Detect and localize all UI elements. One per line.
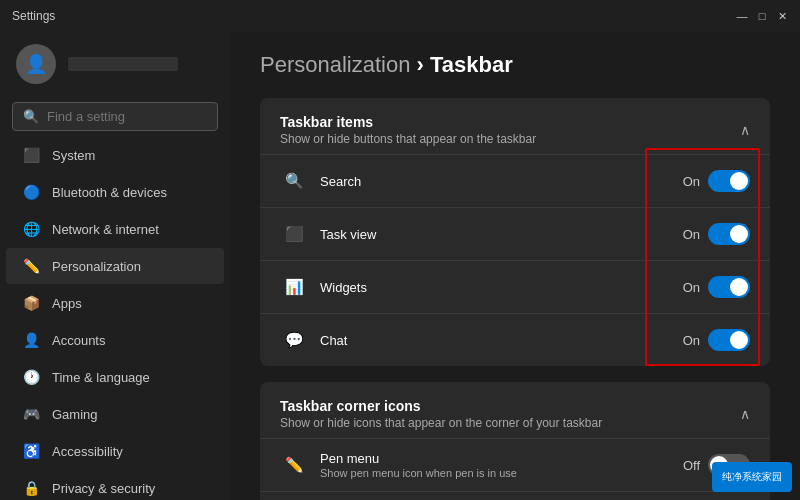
sidebar-item-privacy[interactable]: 🔒 Privacy & security bbox=[6, 470, 224, 500]
taskview-toggle-thumb bbox=[730, 225, 748, 243]
chat-toggle[interactable] bbox=[708, 329, 750, 351]
sidebar: 👤 🔍 ⬛ System 🔵 Bluetooth & devices 🌐 Net… bbox=[0, 32, 230, 500]
setting-row-chat: 💬 Chat On bbox=[260, 313, 770, 366]
corner-row-keyboard: ⌨️ Touch keyboard Always show touch keyb… bbox=[260, 491, 770, 500]
time-icon: 🕐 bbox=[22, 368, 40, 386]
search-icon: 🔍 bbox=[280, 167, 308, 195]
corner-section-header: Taskbar corner icons Show or hide icons … bbox=[260, 382, 770, 438]
titlebar-title: Settings bbox=[12, 9, 55, 23]
chevron-up-icon[interactable]: ∧ bbox=[740, 122, 750, 138]
page-header: Personalization › Taskbar bbox=[260, 52, 770, 78]
sidebar-item-personalization[interactable]: ✏️ Personalization bbox=[6, 248, 224, 284]
corner-section-subtitle: Show or hide icons that appear on the co… bbox=[280, 416, 602, 430]
taskview-toggle-group: On bbox=[683, 223, 750, 245]
sidebar-item-label-personalization: Personalization bbox=[52, 259, 141, 274]
network-icon: 🌐 bbox=[22, 220, 40, 238]
corner-chevron-up-icon[interactable]: ∧ bbox=[740, 406, 750, 422]
bluetooth-icon: 🔵 bbox=[22, 183, 40, 201]
search-label: Search bbox=[320, 174, 683, 189]
widgets-toggle-group: On bbox=[683, 276, 750, 298]
taskview-toggle[interactable] bbox=[708, 223, 750, 245]
search-toggle-label: On bbox=[683, 174, 700, 189]
widgets-toggle[interactable] bbox=[708, 276, 750, 298]
pen-label: Pen menu Show pen menu icon when pen is … bbox=[320, 451, 683, 479]
section-subtitle: Show or hide buttons that appear on the … bbox=[280, 132, 536, 146]
breadcrumb: Personalization bbox=[260, 52, 410, 77]
taskbar-corner-section: Taskbar corner icons Show or hide icons … bbox=[260, 382, 770, 500]
minimize-button[interactable]: — bbox=[736, 10, 748, 22]
setting-row-widgets: 📊 Widgets On bbox=[260, 260, 770, 313]
chat-label: Chat bbox=[320, 333, 683, 348]
corner-items-rows: ✏️ Pen menu Show pen menu icon when pen … bbox=[260, 438, 770, 500]
window-controls: — □ ✕ bbox=[736, 10, 788, 22]
widgets-toggle-label: On bbox=[683, 280, 700, 295]
chat-toggle-group: On bbox=[683, 329, 750, 351]
search-toggle-group: On bbox=[683, 170, 750, 192]
section-title: Taskbar items bbox=[280, 114, 536, 130]
sidebar-item-label-network: Network & internet bbox=[52, 222, 159, 237]
accounts-icon: 👤 bbox=[22, 331, 40, 349]
sidebar-item-label-time: Time & language bbox=[52, 370, 150, 385]
sidebar-item-network[interactable]: 🌐 Network & internet bbox=[6, 211, 224, 247]
corner-row-pen: ✏️ Pen menu Show pen menu icon when pen … bbox=[260, 438, 770, 491]
sidebar-item-accessibility[interactable]: ♿ Accessibility bbox=[6, 433, 224, 469]
avatar: 👤 bbox=[16, 44, 56, 84]
close-button[interactable]: ✕ bbox=[776, 10, 788, 22]
pen-toggle-label: Off bbox=[683, 458, 700, 473]
gaming-icon: 🎮 bbox=[22, 405, 40, 423]
nav-container: ⬛ System 🔵 Bluetooth & devices 🌐 Network… bbox=[0, 137, 230, 500]
sidebar-item-label-gaming: Gaming bbox=[52, 407, 98, 422]
privacy-icon: 🔒 bbox=[22, 479, 40, 497]
apps-icon: 📦 bbox=[22, 294, 40, 312]
setting-row-search: 🔍 Search On bbox=[260, 154, 770, 207]
search-box[interactable]: 🔍 bbox=[12, 102, 218, 131]
widgets-icon: 📊 bbox=[280, 273, 308, 301]
system-icon: ⬛ bbox=[22, 146, 40, 164]
maximize-button[interactable]: □ bbox=[756, 10, 768, 22]
search-toggle[interactable] bbox=[708, 170, 750, 192]
profile-name bbox=[68, 57, 178, 71]
taskview-label: Task view bbox=[320, 227, 683, 242]
taskview-toggle-label: On bbox=[683, 227, 700, 242]
sidebar-item-label-accessibility: Accessibility bbox=[52, 444, 123, 459]
corner-section-header-text: Taskbar corner icons Show or hide icons … bbox=[280, 398, 602, 430]
sidebar-item-label-privacy: Privacy & security bbox=[52, 481, 155, 496]
taskview-icon: ⬛ bbox=[280, 220, 308, 248]
app-container: 👤 🔍 ⬛ System 🔵 Bluetooth & devices 🌐 Net… bbox=[0, 32, 800, 500]
watermark: 纯净系统家园 bbox=[712, 462, 792, 492]
sidebar-item-bluetooth[interactable]: 🔵 Bluetooth & devices bbox=[6, 174, 224, 210]
sidebar-item-label-bluetooth: Bluetooth & devices bbox=[52, 185, 167, 200]
personalization-icon: ✏️ bbox=[22, 257, 40, 275]
search-toggle-thumb bbox=[730, 172, 748, 190]
sidebar-item-gaming[interactable]: 🎮 Gaming bbox=[6, 396, 224, 432]
taskbar-items-rows: 🔍 Search On ⬛ Task view On 📊 Widgets On … bbox=[260, 154, 770, 366]
accessibility-icon: ♿ bbox=[22, 442, 40, 460]
pen-icon: ✏️ bbox=[280, 451, 308, 479]
setting-row-taskview: ⬛ Task view On bbox=[260, 207, 770, 260]
widgets-label: Widgets bbox=[320, 280, 683, 295]
corner-section-title: Taskbar corner icons bbox=[280, 398, 602, 414]
widgets-toggle-thumb bbox=[730, 278, 748, 296]
profile-section: 👤 bbox=[0, 32, 230, 96]
section-header: Taskbar items Show or hide buttons that … bbox=[260, 98, 770, 154]
sidebar-item-label-system: System bbox=[52, 148, 95, 163]
section-header-text: Taskbar items Show or hide buttons that … bbox=[280, 114, 536, 146]
sidebar-item-time[interactable]: 🕐 Time & language bbox=[6, 359, 224, 395]
sidebar-item-label-apps: Apps bbox=[52, 296, 82, 311]
sidebar-item-apps[interactable]: 📦 Apps bbox=[6, 285, 224, 321]
search-icon: 🔍 bbox=[23, 109, 39, 124]
sidebar-item-label-accounts: Accounts bbox=[52, 333, 105, 348]
titlebar: Settings — □ ✕ bbox=[0, 0, 800, 32]
sidebar-item-accounts[interactable]: 👤 Accounts bbox=[6, 322, 224, 358]
sidebar-item-system[interactable]: ⬛ System bbox=[6, 137, 224, 173]
page-title: Taskbar bbox=[430, 52, 513, 77]
chat-icon: 💬 bbox=[280, 326, 308, 354]
main-content: Personalization › Taskbar Taskbar items … bbox=[230, 32, 800, 500]
search-input[interactable] bbox=[47, 109, 207, 124]
breadcrumb-separator: › bbox=[417, 52, 430, 77]
taskbar-items-section: Taskbar items Show or hide buttons that … bbox=[260, 98, 770, 366]
chat-toggle-thumb bbox=[730, 331, 748, 349]
pen-sublabel: Show pen menu icon when pen is in use bbox=[320, 467, 683, 479]
chat-toggle-label: On bbox=[683, 333, 700, 348]
